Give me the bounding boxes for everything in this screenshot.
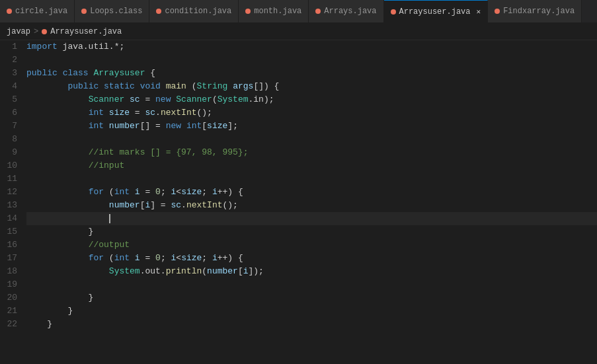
code-line-18: 18 System.out.println(number[i]); xyxy=(0,265,597,278)
tab-error-dot xyxy=(81,9,87,14)
line-number: 7 xyxy=(0,120,26,133)
code-line-19: 19 xyxy=(0,278,597,291)
code-line-4: 4 public static void main (String args[]… xyxy=(0,80,597,93)
code-line-9: 9 //int marks [] = {97, 98, 995}; xyxy=(0,146,597,159)
line-number: 3 xyxy=(0,67,26,80)
line-content: int number[] = new int[size]; xyxy=(26,120,597,133)
line-content: public class Arraysuser { xyxy=(26,67,597,80)
code-line-21: 21 } xyxy=(0,305,597,318)
breadcrumb: javap > Arraysuser.java xyxy=(0,23,597,40)
breadcrumb-separator: > xyxy=(34,27,38,36)
tab-label: circle.java xyxy=(15,7,67,16)
line-content: int size = sc.nextInt(); xyxy=(26,106,597,120)
line-number: 13 xyxy=(0,199,26,212)
tab-month[interactable]: month.java xyxy=(239,0,309,22)
line-content: number[i] = sc.nextInt(); xyxy=(26,199,597,212)
line-number: 6 xyxy=(0,106,26,120)
tab-label: month.java xyxy=(254,7,301,16)
tab-error-dot xyxy=(245,9,251,14)
tab-label: Arrays.java xyxy=(324,7,376,16)
tab-error-dot xyxy=(7,9,12,14)
code-line-11: 11 xyxy=(0,172,597,186)
line-number: 11 xyxy=(0,172,26,186)
line-number: 22 xyxy=(0,318,26,331)
line-content: //input xyxy=(26,159,597,172)
code-editor[interactable]: 1 import java.util.*; 2 3 public class A… xyxy=(0,40,597,364)
line-content: } xyxy=(26,291,597,305)
line-number: 15 xyxy=(0,225,26,238)
tab-label: Findxarray.java xyxy=(503,7,575,16)
tab-loops[interactable]: Loops.class xyxy=(75,0,149,22)
line-content: Scanner sc = new Scanner(System.in); xyxy=(26,93,597,106)
tab-circle[interactable]: circle.java xyxy=(0,0,75,22)
tab-label: condition.java xyxy=(165,7,231,16)
tab-error-dot xyxy=(315,9,321,14)
breadcrumb-project: javap xyxy=(7,27,30,36)
line-content: for (int i = 0; i<size; i++) { xyxy=(26,252,597,265)
breadcrumb-file: Arraysuser.java xyxy=(50,27,122,36)
line-content xyxy=(26,212,597,225)
tab-bar: circle.java Loops.class condition.java m… xyxy=(0,0,597,23)
line-content: public static void main (String args[]) … xyxy=(26,80,597,93)
line-number: 18 xyxy=(0,265,26,278)
line-number: 19 xyxy=(0,278,26,291)
code-line-12: 12 for (int i = 0; i<size; i++) { xyxy=(0,186,597,199)
code-line-7: 7 int number[] = new int[size]; xyxy=(0,120,597,133)
line-number: 14 xyxy=(0,212,26,225)
line-number: 1 xyxy=(0,40,26,54)
line-number: 20 xyxy=(0,291,26,305)
line-number: 21 xyxy=(0,305,26,318)
line-content: System.out.println(number[i]); xyxy=(26,265,597,278)
line-content: } xyxy=(26,318,597,331)
line-content: import java.util.*; xyxy=(26,40,597,54)
tab-label: Arraysuser.java xyxy=(399,7,471,17)
code-line-13: 13 number[i] = sc.nextInt(); xyxy=(0,199,597,212)
code-line-10: 10 //input xyxy=(0,159,597,172)
line-number: 12 xyxy=(0,186,26,199)
code-line-1: 1 import java.util.*; xyxy=(0,40,597,54)
line-content: } xyxy=(26,225,597,238)
code-line-2: 2 xyxy=(0,54,597,67)
tab-error-dot xyxy=(156,9,161,14)
line-number: 10 xyxy=(0,159,26,172)
breadcrumb-error-dot xyxy=(42,29,47,34)
tab-error-dot xyxy=(391,9,396,15)
line-number: 16 xyxy=(0,238,26,252)
line-content: for (int i = 0; i<size; i++) { xyxy=(26,186,597,199)
tab-arraysuser[interactable]: Arraysuser.java ✕ xyxy=(384,0,489,22)
tab-label: Loops.class xyxy=(90,7,142,16)
line-content: //int marks [] = {97, 98, 995}; xyxy=(26,146,597,159)
line-number: 5 xyxy=(0,93,26,106)
code-line-22: 22 } xyxy=(0,318,597,331)
line-number: 2 xyxy=(0,54,26,67)
code-line-6: 6 int size = sc.nextInt(); xyxy=(0,106,597,120)
code-line-15: 15 } xyxy=(0,225,597,238)
tab-error-dot xyxy=(495,9,500,14)
line-number: 17 xyxy=(0,252,26,265)
code-line-8: 8 xyxy=(0,133,597,146)
line-number: 9 xyxy=(0,146,26,159)
line-content: //output xyxy=(26,238,597,252)
tab-close-button[interactable]: ✕ xyxy=(477,7,481,16)
line-number: 4 xyxy=(0,80,26,93)
code-line-14: 14 xyxy=(0,212,597,225)
code-line-20: 20 } xyxy=(0,291,597,305)
line-content: } xyxy=(26,305,597,318)
tab-condition[interactable]: condition.java xyxy=(149,0,239,22)
tab-arrays[interactable]: Arrays.java xyxy=(309,0,383,22)
code-line-17: 17 for (int i = 0; i<size; i++) { xyxy=(0,252,597,265)
tab-findxarray[interactable]: Findxarray.java xyxy=(488,0,582,22)
code-line-5: 5 Scanner sc = new Scanner(System.in); xyxy=(0,93,597,106)
code-line-3: 3 public class Arraysuser { xyxy=(0,67,597,80)
code-line-16: 16 //output xyxy=(0,238,597,252)
line-number: 8 xyxy=(0,133,26,146)
